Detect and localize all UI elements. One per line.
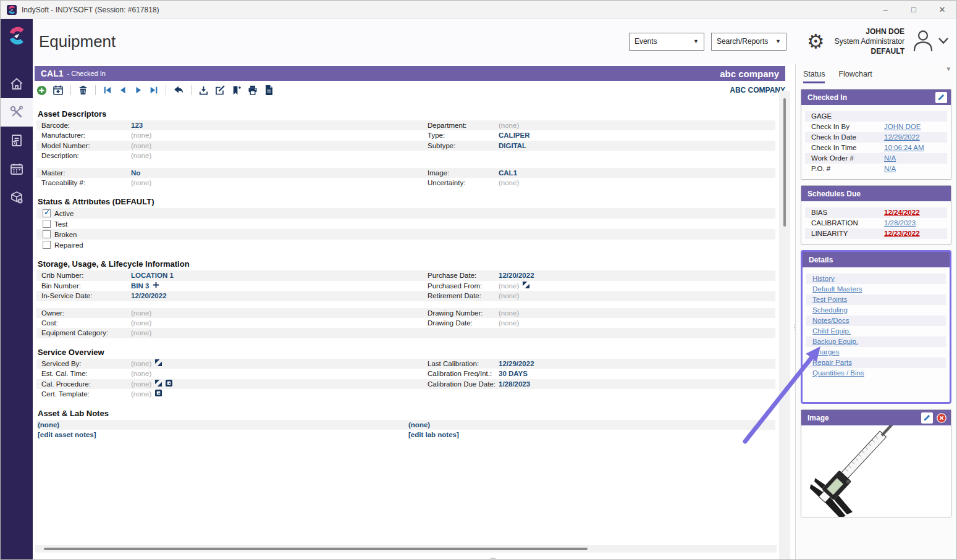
first-record-icon[interactable] xyxy=(103,85,112,95)
undo-icon[interactable] xyxy=(173,85,184,95)
avatar-icon[interactable] xyxy=(911,28,935,55)
field-label-left: Barcode: xyxy=(41,120,131,130)
save-icon[interactable] xyxy=(198,85,209,96)
checked-in-panel: Checked In GAGECheck In ByJOHN DOECheck … xyxy=(801,89,951,180)
tab-status[interactable]: Status xyxy=(803,70,825,83)
plus-icon[interactable] xyxy=(153,281,159,291)
bottom-splitter-handle[interactable]: … xyxy=(490,553,497,560)
field-value-left: BIN 3 xyxy=(131,281,428,291)
sidebar-item-tools[interactable] xyxy=(1,98,33,127)
field-label-right: Drawing Number: xyxy=(428,308,499,318)
checkbox-broken[interactable] xyxy=(43,230,51,238)
field-label-right: Department: xyxy=(428,120,499,130)
main-column: Equipment Events ▼ Search/Reports ▼ ⚙ JO… xyxy=(33,19,956,560)
panel-row-value[interactable]: 12/23/2022 xyxy=(884,228,947,239)
toolbar-separator xyxy=(191,85,192,95)
horizontal-scrollbar[interactable] xyxy=(35,545,777,553)
search-reports-dropdown-value: Search/Reports xyxy=(717,37,768,46)
details-link-charges[interactable]: Charges xyxy=(812,348,839,356)
panel-row: Work Order #N/A xyxy=(805,153,947,164)
field-value-text: (none) xyxy=(499,281,519,291)
details-link-backup-equip-[interactable]: Backup Equip. xyxy=(812,338,858,345)
user-menu-chevron-icon[interactable] xyxy=(938,36,949,47)
nav-icon[interactable] xyxy=(155,379,162,389)
details-link-notes-docs[interactable]: Notes/Docs xyxy=(812,317,849,324)
close-button[interactable]: ✕ xyxy=(928,1,956,19)
panel-row-value[interactable]: 12/24/2022 xyxy=(884,207,947,218)
details-title: Details xyxy=(809,256,833,264)
horizontal-scrollbar-thumb[interactable] xyxy=(44,548,588,550)
field-value-text: LOCATION 1 xyxy=(131,270,174,280)
section-title: Storage, Usage, & Lifecycle Information xyxy=(38,259,775,269)
maximize-button[interactable]: □ xyxy=(900,1,928,19)
panel-row-value[interactable]: JOHN DOE xyxy=(884,122,947,132)
add-record-icon[interactable] xyxy=(36,85,47,96)
report-clock-icon xyxy=(9,133,24,148)
last-record-icon[interactable] xyxy=(149,85,159,95)
edit-lab-notes-link[interactable]: [edit lab notes] xyxy=(408,430,775,440)
panel-row-value[interactable]: 12/29/2022 xyxy=(884,132,947,143)
field-value-right: 1/28/2023 xyxy=(499,379,775,389)
edit-asset-notes-link[interactable]: [edit asset notes] xyxy=(38,430,408,440)
details-link-scheduling[interactable]: Scheduling xyxy=(812,306,848,314)
panel-row-value[interactable]: N/A xyxy=(884,153,947,164)
events-dropdown[interactable]: Events ▼ xyxy=(629,33,704,51)
vertical-scrollbar[interactable] xyxy=(779,91,790,560)
box-icon[interactable] xyxy=(166,379,172,389)
nav-icon[interactable] xyxy=(155,359,162,369)
panel-row-value[interactable]: 10:06:24 AM xyxy=(884,143,947,153)
checkbox-label: Repaired xyxy=(54,241,83,249)
field-row: Equipment Category:(none) xyxy=(36,328,775,338)
edit-icon[interactable] xyxy=(214,85,226,96)
app-body: Equipment Events ▼ Search/Reports ▼ ⚙ JO… xyxy=(1,19,956,560)
field-value-text: (none) xyxy=(499,178,519,188)
field-row: Barcode:123Department:(none) xyxy=(36,120,775,130)
calendar-add-icon[interactable] xyxy=(53,85,64,96)
equipment-record-pane: CAL1 - Checked In abc company xyxy=(33,64,795,560)
sidebar-item-home[interactable] xyxy=(1,70,33,98)
window-title: IndySoft - INDYSOFT (Session: #617818) xyxy=(22,6,871,14)
checkbox-active[interactable] xyxy=(43,209,51,217)
record-id: CAL1 xyxy=(41,69,64,78)
next-record-icon[interactable] xyxy=(133,85,143,95)
box-icon[interactable] xyxy=(155,389,162,399)
field-value-left: (none) xyxy=(131,178,428,188)
tab-flowchart[interactable]: Flowchart xyxy=(838,70,872,83)
gear-icon[interactable]: ⚙ xyxy=(807,31,825,51)
field-value-text: (none) xyxy=(131,308,151,318)
search-reports-dropdown[interactable]: Search/Reports ▼ xyxy=(711,33,786,51)
report-document-icon[interactable] xyxy=(264,85,274,96)
minimize-button[interactable]: – xyxy=(871,1,900,19)
sidebar-item-calendar[interactable] xyxy=(1,155,33,183)
field-value-right: (none) xyxy=(499,281,775,291)
details-link-default-masters[interactable]: Default Masters xyxy=(812,285,862,293)
details-link-child-equip-[interactable]: Child Equip. xyxy=(812,327,851,335)
panel-row-value[interactable]: N/A xyxy=(884,164,947,174)
details-link-quantities-bins[interactable]: Quantities / Bins xyxy=(812,369,864,377)
panel-row-label: Check In By xyxy=(811,122,884,132)
field-value-left: (none) xyxy=(131,308,428,318)
field-value-text: 12/20/2022 xyxy=(499,270,534,280)
nav-icon[interactable] xyxy=(523,281,529,291)
checkbox-repaired[interactable] xyxy=(43,241,51,249)
edit-pencil-icon[interactable] xyxy=(935,92,947,103)
sidebar-item-reports[interactable] xyxy=(1,127,33,155)
bookmark-add-icon[interactable] xyxy=(231,85,242,96)
delete-record-icon[interactable] xyxy=(78,85,88,96)
details-link-repair-parts[interactable]: Repair Parts xyxy=(812,359,852,366)
details-link-test-points[interactable]: Test Points xyxy=(812,296,847,303)
details-link-history[interactable]: History xyxy=(812,275,835,282)
previous-record-icon[interactable] xyxy=(118,85,128,95)
checkbox-test[interactable] xyxy=(43,220,51,228)
vertical-scrollbar-thumb[interactable] xyxy=(783,98,786,227)
sidebar-item-inventory[interactable] xyxy=(1,183,33,212)
caliper-photo xyxy=(801,425,943,517)
panel-options-caret-icon[interactable]: ▾ xyxy=(946,65,950,73)
edit-pencil-icon[interactable] xyxy=(921,412,933,424)
panel-row: LINEARITY12/23/2022 xyxy=(805,228,947,239)
panel-row-value[interactable]: 1/28/2023 xyxy=(884,218,947,228)
print-icon[interactable] xyxy=(247,85,258,96)
field-value-right: (none) xyxy=(499,318,775,328)
field-value-right: DIGITAL xyxy=(499,141,775,151)
delete-image-icon[interactable] xyxy=(935,412,947,424)
